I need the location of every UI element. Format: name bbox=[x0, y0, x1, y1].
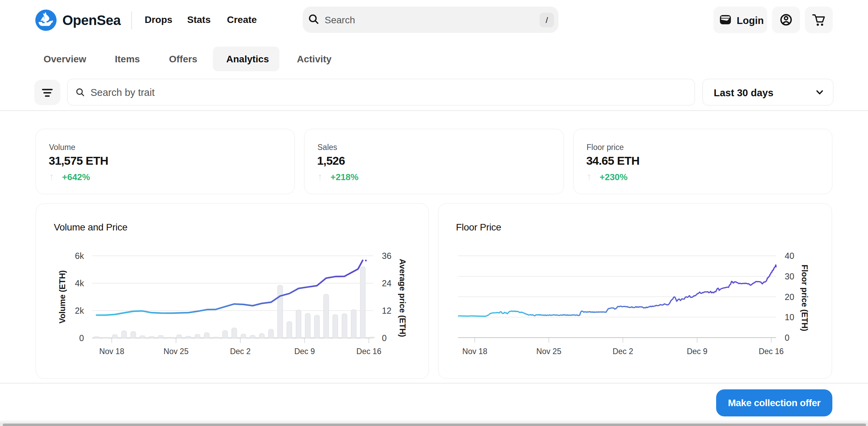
svg-text:Nov 25: Nov 25 bbox=[164, 347, 189, 356]
svg-text:0: 0 bbox=[785, 333, 789, 342]
svg-text:12: 12 bbox=[382, 306, 391, 315]
svg-text:24: 24 bbox=[382, 278, 391, 288]
svg-text:Nov 18: Nov 18 bbox=[99, 347, 124, 356]
svg-text:Dec 2: Dec 2 bbox=[230, 347, 251, 356]
svg-text:0: 0 bbox=[382, 333, 387, 343]
svg-text:Dec 16: Dec 16 bbox=[759, 347, 784, 356]
svg-text:Volume (ETH): Volume (ETH) bbox=[58, 270, 67, 324]
svg-text:30: 30 bbox=[785, 272, 794, 281]
svg-text:Dec 9: Dec 9 bbox=[687, 347, 707, 356]
svg-text:Floor Price: Floor Price bbox=[456, 222, 501, 233]
svg-text:Volume and Price: Volume and Price bbox=[54, 222, 128, 233]
svg-text:Dec 16: Dec 16 bbox=[357, 347, 382, 356]
svg-text:Average price (ETH): Average price (ETH) bbox=[398, 259, 407, 337]
svg-text:Nov 25: Nov 25 bbox=[537, 347, 562, 356]
svg-text:40: 40 bbox=[785, 251, 794, 261]
svg-text:Floor price (ETH): Floor price (ETH) bbox=[800, 265, 809, 331]
svg-text:10: 10 bbox=[785, 312, 794, 322]
svg-text:Dec 2: Dec 2 bbox=[613, 347, 633, 356]
svg-text:0: 0 bbox=[79, 333, 84, 343]
svg-text:20: 20 bbox=[785, 292, 794, 302]
svg-text:2k: 2k bbox=[75, 306, 84, 315]
svg-text:Dec 9: Dec 9 bbox=[294, 347, 315, 356]
svg-text:6k: 6k bbox=[75, 251, 84, 261]
svg-text:4k: 4k bbox=[75, 278, 84, 288]
svg-text:Nov 18: Nov 18 bbox=[462, 347, 487, 356]
svg-text:36: 36 bbox=[382, 251, 391, 261]
